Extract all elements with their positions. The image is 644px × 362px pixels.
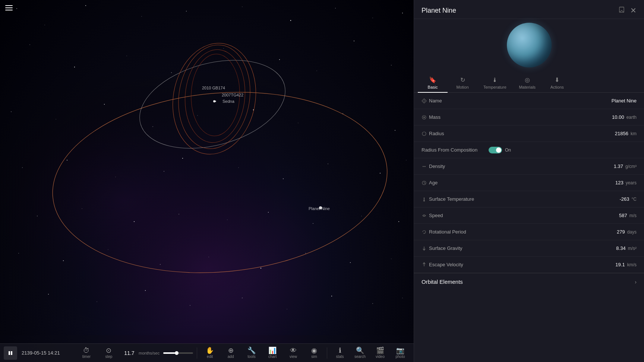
svg-point-58 [48,294,49,295]
svg-point-54 [261,268,261,269]
hamburger-menu[interactable] [5,5,13,10]
svg-point-48 [398,221,399,222]
tab-basic[interactable]: 🔖 Basic [418,73,448,92]
add-icon: ⊕ [228,347,234,354]
mass-icon [422,115,427,120]
prop-name: Name Planet Nine [414,93,644,109]
stars-svg [0,0,414,335]
svg-point-37 [328,163,328,164]
bookmark-icon [618,6,625,13]
tools-button[interactable]: 🔧 tools [241,346,262,359]
speed-slider-fill [163,352,175,354]
view-button[interactable]: 👁 view [283,346,304,359]
svg-point-26 [253,109,254,110]
svg-point-25 [197,115,198,115]
space-background: 2010 GB174 2007TG422 Sedna Planet Nine [0,0,414,362]
svg-point-83 [423,117,425,118]
stats-icon: ℹ [339,347,341,354]
svg-point-35 [238,167,239,168]
chart-icon: 📊 [268,347,277,354]
svg-point-24 [152,126,153,127]
bottom-toolbar: 2139-05-15 14:21 ⏱ timer ⊙ step 11.7 mon… [0,343,414,362]
prop-surface-temp: Surface Temperature -263 °C [414,191,644,207]
rfc-toggle-label: On [505,147,511,153]
svg-point-57 [391,259,392,259]
prop-density: Density 1.37 g/cm³ [414,158,644,175]
video-button[interactable]: 🎬 video [370,346,390,359]
materials-tab-icon: ◎ [525,76,530,83]
radius-icon [422,131,427,136]
svg-point-6 [186,11,187,12]
svg-point-55 [305,253,306,253]
svg-point-84 [422,132,426,136]
pause-button[interactable] [4,346,17,360]
svg-point-32 [116,177,116,177]
svg-point-14 [127,56,127,56]
svg-point-22 [56,119,56,120]
svg-point-39 [406,160,407,161]
photo-icon: 📷 [396,347,404,354]
right-panel: Planet Nine ✕ 🔖 Basic ↻ Motion [414,0,644,362]
prop-grav-unit: m/s² [628,246,637,251]
svg-point-29 [395,130,395,131]
gravity-icon [422,246,427,251]
prop-age: Age 123 years [414,175,644,191]
prop-grav-value: 8.34 [489,245,626,251]
svg-point-44 [227,220,228,220]
tab-motion[interactable]: ↻ Motion [448,73,477,92]
svg-point-19 [354,41,354,41]
svg-point-16 [223,48,224,48]
edit-button[interactable]: ✋ edit [199,346,220,359]
svg-point-8 [290,20,291,21]
svg-point-2 [16,8,17,9]
svg-point-47 [361,216,362,216]
search-button[interactable]: 🔍 search [350,346,370,359]
name-icon [422,98,427,104]
tab-materials[interactable]: ◎ Materials [512,73,542,92]
rfc-toggle[interactable] [489,147,502,153]
prop-speed: Speed 587 m/s [414,207,644,224]
svg-point-65 [372,303,373,304]
step-button[interactable]: ⊙ step [98,346,119,359]
stats-button[interactable]: ℹ stats [330,346,350,359]
panel-bookmark-button[interactable] [618,6,625,15]
svg-point-41 [82,208,82,209]
prop-escape-label: Escape Velocity [422,262,489,267]
svg-point-42 [134,221,135,222]
svg-point-23 [104,104,105,105]
svg-point-18 [317,71,317,71]
svg-point-50 [63,260,64,261]
sim-button[interactable]: ◉ sim [304,346,325,359]
tab-actions[interactable]: ⬇ Actions [542,73,572,92]
svg-point-53 [208,257,209,257]
view-icon: 👁 [290,347,297,354]
timer-button[interactable]: ⏱ timer [76,346,97,359]
prop-radius: Radius 21856 km [414,126,644,142]
svg-point-4 [85,5,86,6]
prop-mass-value: 10.00 [489,114,624,120]
prop-density-label: Density [422,163,489,169]
speed-slider-thumb [175,351,179,355]
svg-point-86 [424,166,424,166]
surface-temp-icon [422,197,427,202]
prop-mass-unit: earth [626,115,637,120]
svg-point-40 [37,216,38,216]
panel-close-button[interactable]: ✕ [630,6,637,15]
age-icon [422,180,427,185]
prop-rfc-label: Radius From Composition [422,147,489,153]
prop-mass-label: Mass [422,114,489,120]
photo-button[interactable]: 📷 photo [391,346,410,359]
svg-point-5 [141,16,142,16]
svg-point-51 [108,250,108,250]
add-button[interactable]: ⊕ add [220,346,241,359]
speed-value: 11.7 [124,350,135,356]
chart-button[interactable]: 📊 chart [262,346,283,359]
planet-sphere [507,23,552,67]
tab-temperature[interactable]: 🌡 Temperature [477,73,512,92]
svg-point-60 [145,290,146,291]
orbital-elements-header[interactable]: Orbital Elements › [414,273,644,290]
speed-slider[interactable] [163,352,193,354]
panel-header: Planet Nine ✕ [414,0,644,19]
svg-point-17 [279,59,280,60]
timestamp-display: 2139-05-15 14:21 [22,350,70,356]
